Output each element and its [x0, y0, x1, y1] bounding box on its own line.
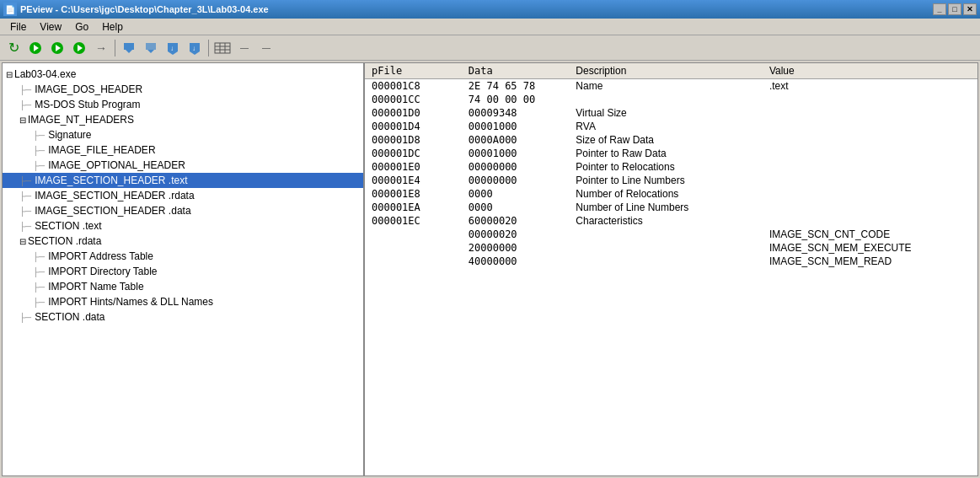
- header-desc: Description: [569, 63, 763, 79]
- tree-item-import-name[interactable]: ├─IMPORT Name Table: [3, 279, 363, 294]
- cell-pfile-8: 000001E8: [365, 187, 462, 201]
- tree-label: IMAGE_SECTION_HEADER .text: [35, 175, 187, 186]
- tree-item-import-dir[interactable]: ├─IMPORT Directory Table: [3, 264, 363, 279]
- cell-desc-3: RVA: [569, 120, 763, 133]
- tree-label: MS-DOS Stub Program: [35, 99, 140, 110]
- tree-label: IMPORT Address Table: [48, 250, 153, 262]
- cell-desc-12: [569, 241, 763, 255]
- toolbar-down3[interactable]: ↓: [163, 39, 183, 57]
- toolbar-refresh[interactable]: ↻: [3, 39, 24, 57]
- cell-value-7: [763, 174, 977, 187]
- tree-item-image-section-data[interactable]: ├─IMAGE_SECTION_HEADER .data: [3, 203, 363, 218]
- app-icon: 📄: [3, 3, 17, 16]
- maximize-btn[interactable]: □: [948, 3, 961, 15]
- toolbar-green2[interactable]: [47, 39, 67, 57]
- table-row: 00000020IMAGE_SCN_CNT_CODE: [365, 228, 977, 241]
- toolbar-sep1: [115, 40, 115, 56]
- tree-item-import-addr[interactable]: ├─IMPORT Address Table: [3, 249, 363, 264]
- cell-desc-10: Characteristics: [569, 214, 763, 228]
- toolbar-grid[interactable]: [212, 39, 233, 57]
- toolbar-green3[interactable]: [69, 39, 89, 57]
- table-row: 000001EC60000020Characteristics: [365, 214, 977, 228]
- cell-data-10: 60000020: [462, 214, 570, 228]
- cell-desc-2: Virtual Size: [569, 106, 763, 120]
- cell-value-0: .text: [763, 79, 977, 94]
- tree-item-image-section-text[interactable]: ├─IMAGE_SECTION_HEADER .text: [3, 173, 363, 188]
- minimize-btn[interactable]: _: [933, 3, 946, 15]
- tree-item-image-dos[interactable]: ├─IMAGE_DOS_HEADER: [3, 82, 363, 97]
- tree-item-image-file[interactable]: ├─IMAGE_FILE_HEADER: [3, 142, 363, 158]
- cell-pfile-1: 000001CC: [365, 93, 462, 106]
- tree-label: IMPORT Directory Table: [48, 266, 157, 277]
- close-btn[interactable]: ✕: [963, 3, 977, 15]
- cell-data-11: 00000020: [462, 228, 570, 241]
- data-panel: pFile Data Description Value 000001C82E …: [365, 63, 977, 475]
- cell-data-3: 00001000: [462, 120, 570, 133]
- svg-rect-14: [215, 43, 230, 53]
- tree-item-section-text[interactable]: ├─SECTION .text: [3, 218, 363, 234]
- menu-bar: File View Go Help: [0, 19, 980, 35]
- cell-desc-11: [569, 228, 763, 241]
- toolbar-arrow[interactable]: →: [91, 39, 111, 57]
- tree-item-msdos-stub[interactable]: ├─MS-DOS Stub Program: [3, 97, 363, 112]
- cell-value-1: [763, 93, 977, 106]
- tree-item-section-data[interactable]: ├─SECTION .data: [3, 309, 363, 325]
- tree-label: IMAGE_FILE_HEADER: [48, 144, 155, 156]
- cell-value-2: [763, 106, 977, 120]
- toolbar-down2[interactable]: [141, 39, 161, 57]
- cell-pfile-13: [365, 255, 462, 268]
- table-row: 40000000IMAGE_SCN_MEM_READ: [365, 255, 977, 268]
- cell-value-3: [763, 120, 977, 133]
- cell-value-8: [763, 187, 977, 201]
- menu-view[interactable]: View: [33, 19, 68, 35]
- menu-file[interactable]: File: [3, 19, 33, 35]
- cell-data-12: 20000000: [462, 241, 570, 255]
- cell-pfile-9: 000001EA: [365, 201, 462, 214]
- menu-help[interactable]: Help: [95, 19, 130, 35]
- table-header-row: pFile Data Description Value: [365, 63, 977, 79]
- toolbar-dash1[interactable]: —: [234, 39, 254, 57]
- cell-desc-1: [569, 93, 763, 106]
- table-row: 000001DC00001000Pointer to Raw Data: [365, 147, 977, 160]
- toolbar-green1[interactable]: [25, 39, 46, 57]
- cell-pfile-5: 000001DC: [365, 147, 462, 160]
- cell-pfile-7: 000001E4: [365, 174, 462, 187]
- tree-label: IMAGE_SECTION_HEADER .data: [35, 205, 190, 217]
- cell-data-9: 0000: [462, 201, 570, 214]
- tree-label: SECTION .rdata: [28, 235, 101, 247]
- tree-item-image-nt[interactable]: ⊟IMAGE_NT_HEADERS: [3, 112, 363, 127]
- table-row: 000001E000000000Pointer to Relocations: [365, 160, 977, 174]
- tree-item-lab0304[interactable]: ⊟Lab03-04.exe: [3, 67, 363, 82]
- cell-pfile-6: 000001E0: [365, 160, 462, 174]
- table-row: 000001D000009348Virtual Size: [365, 106, 977, 120]
- svg-text:↓: ↓: [192, 45, 195, 52]
- toolbar-down1[interactable]: [119, 39, 139, 57]
- cell-data-8: 0000: [462, 187, 570, 201]
- toolbar-dash2[interactable]: —: [256, 39, 276, 57]
- tree-label: IMAGE_SECTION_HEADER .rdata: [35, 190, 194, 201]
- cell-desc-6: Pointer to Relocations: [569, 160, 763, 174]
- table-row: 000001D80000A000Size of Raw Data: [365, 133, 977, 147]
- cell-data-4: 0000A000: [462, 133, 570, 147]
- cell-data-2: 00009348: [462, 106, 570, 120]
- menu-go[interactable]: Go: [68, 19, 95, 35]
- window-controls: _ □ ✕: [933, 3, 977, 15]
- cell-data-1: 74 00 00 00: [462, 93, 570, 106]
- cell-data-5: 00001000: [462, 147, 570, 160]
- tree-item-image-optional[interactable]: ├─IMAGE_OPTIONAL_HEADER: [3, 158, 363, 173]
- tree-label: IMAGE_OPTIONAL_HEADER: [48, 159, 185, 171]
- tree-panel[interactable]: ⊟Lab03-04.exe├─IMAGE_DOS_HEADER├─MS-DOS …: [3, 63, 365, 475]
- toolbar-down4[interactable]: ↓: [185, 39, 205, 57]
- title-bar: 📄 PEview - C:\Users\jgc\Desktop\Chapter_…: [0, 0, 980, 19]
- tree-item-section-rdata[interactable]: ⊟SECTION .rdata: [3, 234, 363, 249]
- cell-data-13: 40000000: [462, 255, 570, 268]
- toolbar: ↻ → ↓ ↓ — —: [0, 35, 980, 61]
- tree-item-signature[interactable]: ├─Signature: [3, 127, 363, 142]
- cell-desc-4: Size of Raw Data: [569, 133, 763, 147]
- data-table: pFile Data Description Value 000001C82E …: [365, 63, 977, 268]
- svg-rect-6: [124, 43, 134, 50]
- svg-rect-8: [146, 43, 156, 50]
- tree-item-import-hints[interactable]: ├─IMPORT Hints/Names & DLL Names: [3, 294, 363, 309]
- tree-item-image-section-rdata[interactable]: ├─IMAGE_SECTION_HEADER .rdata: [3, 188, 363, 203]
- svg-text:↓: ↓: [170, 45, 174, 52]
